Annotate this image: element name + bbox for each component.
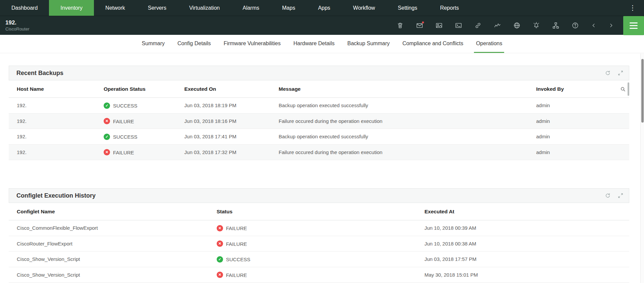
- configlet-row[interactable]: Cisco_CommonFlexible_FlowExport ✕FAILURE…: [9, 220, 629, 236]
- col-message[interactable]: Message: [279, 80, 536, 98]
- nav-item-servers[interactable]: Servers: [137, 0, 178, 16]
- hamburger-menu-button[interactable]: [623, 16, 644, 35]
- host-name-cell: 192.: [9, 129, 104, 145]
- tab-backup-summary[interactable]: Backup Summary: [345, 35, 391, 53]
- status-icon: ✓: [104, 102, 110, 109]
- credential-icon[interactable]: [435, 22, 443, 29]
- invoked-by-cell: admin: [536, 113, 629, 129]
- tab-hardware-details[interactable]: Hardware Details: [291, 35, 337, 53]
- configlet-row[interactable]: Cisco_Show_Version_Script ✓SUCCESS Jun 0…: [9, 252, 629, 267]
- panel-tools: [605, 70, 624, 76]
- invoked-by-cell: admin: [536, 129, 629, 145]
- col-invoked-by[interactable]: Invoked By: [536, 80, 629, 98]
- recent-backups-header: Recent Backups: [9, 66, 629, 80]
- nav-item-alarms[interactable]: Alarms: [231, 0, 271, 16]
- chevron-right-icon[interactable]: [608, 22, 614, 29]
- tab-firmware-vulnerabilities[interactable]: Firmware Vulnerabilities: [222, 35, 283, 53]
- panel-title: Configlet Execution History: [16, 192, 96, 199]
- search-icon[interactable]: [620, 86, 626, 92]
- configlet-row[interactable]: CiscoRouter_FlowExport ✕FAILURE Jun 10, …: [9, 236, 629, 252]
- recent-backups-panel: Recent Backups Host Name Operation Statu…: [9, 66, 629, 160]
- nav-item-virtualization[interactable]: Virtualization: [178, 0, 231, 16]
- status-icon: ✕: [217, 272, 223, 278]
- nav-items: DashboardInventoryNetworkServersVirtuali…: [0, 0, 470, 16]
- nav-item-maps[interactable]: Maps: [271, 0, 307, 16]
- topology-icon[interactable]: [552, 22, 559, 29]
- table-header-row: Configlet Name Status Executed At: [9, 203, 629, 220]
- executed-on-cell: Jun 03, 2018 17:41 PM: [184, 129, 279, 145]
- nav-item-apps[interactable]: Apps: [307, 0, 341, 16]
- page-scrollbar-track[interactable]: [640, 54, 644, 283]
- status-icon: ✕: [217, 225, 223, 231]
- hamburger-bar: [630, 28, 638, 29]
- tab-compliance-and-conflicts[interactable]: Compliance and Conflicts: [400, 35, 465, 53]
- col-executed-at[interactable]: Executed At: [425, 203, 630, 220]
- configlet-name-cell: Cisco_CommonFlexible_FlowExport: [9, 220, 217, 236]
- col-operation-status[interactable]: Operation Status: [104, 80, 184, 98]
- status-icon: ✕: [217, 240, 223, 247]
- status-cell: ✓SUCCESS: [217, 252, 425, 267]
- status-label: SUCCESS: [226, 257, 251, 262]
- tab-summary[interactable]: Summary: [140, 35, 167, 53]
- nav-item-dashboard[interactable]: Dashboard: [0, 0, 49, 16]
- nav-item-inventory[interactable]: Inventory: [49, 0, 94, 16]
- status-label: FAILURE: [226, 241, 247, 246]
- executed-at-cell: May 30, 2018 15:01 PM: [425, 267, 630, 283]
- nav-item-reports[interactable]: Reports: [429, 0, 470, 16]
- more-menu-icon[interactable]: ⋮: [621, 0, 644, 16]
- tab-config-details[interactable]: Config Details: [175, 35, 213, 53]
- globe-icon[interactable]: [513, 22, 521, 29]
- page-scrollbar-thumb[interactable]: [641, 59, 644, 123]
- table-header-row: Host Name Operation Status Executed On M…: [9, 80, 629, 98]
- executed-at-cell: Jun 10, 2018 00:39 AM: [425, 220, 630, 236]
- device-title: 192.: [5, 19, 30, 26]
- col-host-name[interactable]: Host Name: [9, 80, 104, 98]
- configlet-row[interactable]: Cisco_Show_Version_Script ✕FAILURE May 3…: [9, 267, 629, 283]
- chevron-left-icon[interactable]: [591, 22, 596, 29]
- backup-row[interactable]: 192. ✕FAILURE Jun 03, 2018 18:16 PM Fail…: [9, 113, 629, 129]
- link-icon[interactable]: [474, 22, 482, 29]
- message-cell: Backup operation executed successfully: [279, 98, 536, 114]
- nav-item-network[interactable]: Network: [94, 0, 137, 16]
- main-content: Recent Backups Host Name Operation Statu…: [0, 53, 644, 283]
- expand-icon[interactable]: [618, 70, 624, 76]
- col-configlet-name[interactable]: Configlet Name: [9, 203, 217, 220]
- operation-status-cell: ✕FAILURE: [104, 144, 184, 160]
- col-invoked-by-label: Invoked By: [536, 86, 564, 92]
- status-cell: ✕FAILURE: [217, 267, 425, 283]
- configlet-history-table: Configlet Name Status Executed At Cisco_…: [9, 203, 629, 283]
- host-name-cell: 192.: [9, 144, 104, 160]
- expand-icon[interactable]: [618, 193, 624, 199]
- operation-status-cell: ✓SUCCESS: [104, 98, 184, 114]
- table-scrollbar-thumb[interactable]: [628, 82, 629, 96]
- status-icon: ✓: [104, 134, 110, 140]
- nav-item-settings[interactable]: Settings: [386, 0, 429, 16]
- configlet-name-cell: Cisco_Show_Version_Script: [9, 252, 217, 267]
- configlet-history-header: Configlet Execution History: [9, 188, 629, 203]
- backup-row[interactable]: 192. ✓SUCCESS Jun 03, 2018 17:41 PM Back…: [9, 129, 629, 145]
- mail-icon[interactable]: [416, 22, 423, 29]
- col-executed-on[interactable]: Executed On: [184, 80, 279, 98]
- refresh-icon[interactable]: [605, 70, 611, 76]
- backup-row[interactable]: 192. ✕FAILURE Jun 03, 2018 17:32 PM Fail…: [9, 144, 629, 160]
- configlet-history-panel: Configlet Execution History Configlet Na…: [9, 188, 629, 283]
- host-name-cell: 192.: [9, 113, 104, 129]
- nav-item-workflow[interactable]: Workflow: [342, 0, 387, 16]
- configlet-name-cell: CiscoRouter_FlowExport: [9, 236, 217, 252]
- alert-icon[interactable]: [533, 22, 540, 29]
- status-label: FAILURE: [226, 225, 247, 231]
- trash-icon[interactable]: [396, 22, 404, 29]
- col-status[interactable]: Status: [217, 203, 425, 220]
- terminal-icon[interactable]: [455, 22, 462, 29]
- top-navigation: DashboardInventoryNetworkServersVirtuali…: [0, 0, 644, 16]
- refresh-icon[interactable]: [605, 193, 611, 199]
- configlet-name-cell: Cisco_Show_Version_Script: [9, 267, 217, 283]
- help-icon[interactable]: [572, 22, 579, 29]
- status-label: FAILURE: [113, 149, 134, 155]
- tab-operations[interactable]: Operations: [474, 35, 504, 53]
- executed-on-cell: Jun 03, 2018 18:16 PM: [184, 113, 279, 129]
- graph-icon[interactable]: [494, 22, 501, 29]
- executed-at-cell: Jun 10, 2018 00:38 AM: [425, 236, 630, 252]
- message-cell: Failure occured during the operation exe…: [279, 113, 536, 129]
- backup-row[interactable]: 192. ✓SUCCESS Jun 03, 2018 18:19 PM Back…: [9, 98, 629, 114]
